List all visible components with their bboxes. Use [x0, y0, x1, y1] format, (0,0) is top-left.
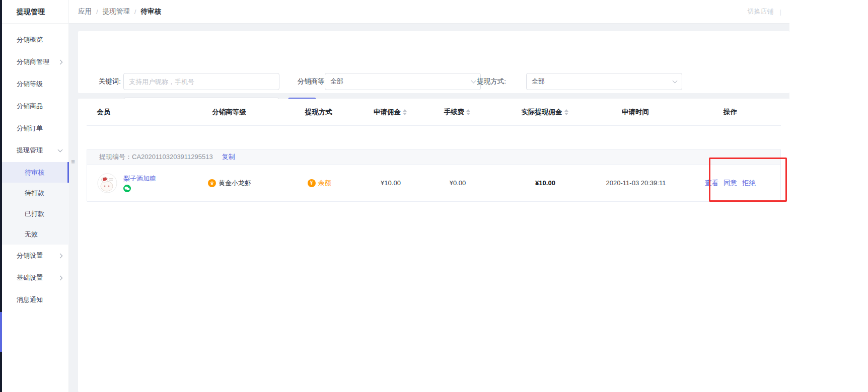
yen-icon: ¥: [308, 179, 316, 187]
switch-shop-link[interactable]: 切换店铺: [748, 7, 774, 16]
sidebar-item-distributor-mgmt[interactable]: 分销商管理: [2, 51, 69, 73]
apply-amount-cell: ¥10.00: [365, 179, 416, 187]
col-fee: 手续费: [416, 108, 498, 117]
sidebar-item-basic-settings[interactable]: 基础设置: [2, 267, 69, 289]
sidebar-subitem-pending-review[interactable]: 待审核: [2, 162, 69, 183]
withdrawal-no-value: CA20201103203911295513: [132, 153, 213, 161]
breadcrumb: 应用 / 提现管理 / 待审核: [78, 7, 161, 16]
withdrawal-no-label: 提现编号：: [99, 152, 132, 162]
sidebar-title: 提现管理: [2, 0, 68, 24]
crown-icon: ♛: [208, 179, 216, 187]
chevron-right-icon: [58, 59, 63, 64]
wechat-icon: [123, 185, 131, 192]
method-name: 余额: [318, 179, 331, 188]
actions-cell: 查看 同意 拒绝: [680, 179, 780, 188]
col-apply-commission: 申请佣金: [365, 108, 416, 117]
breadcrumb-current: 待审核: [141, 7, 162, 16]
withdrawal-table-card: 会员 分销商等级 提现方式 申请佣金 手续费 实际提现佣金 申请时间 操作: [78, 99, 789, 392]
view-link[interactable]: 查看: [705, 179, 718, 188]
keyword-input[interactable]: [123, 73, 279, 90]
sidebar-collapse-handle-icon[interactable]: ≡: [69, 156, 77, 168]
col-member: 会员: [87, 108, 185, 117]
topbar-right: 切换店铺 |: [748, 7, 781, 16]
sort-icon[interactable]: [564, 109, 568, 115]
table-header-row: 会员 分销商等级 提现方式 申请佣金 手续费 实际提现佣金 申请时间 操作: [87, 99, 781, 126]
filter-card: 关键词: 分销商等级: 全部 提现方式: 全部 申请时间: 搜索 重置: [78, 31, 789, 93]
member-cell: 梨子酒加糖: [87, 173, 186, 193]
col-actions: 操作: [680, 108, 781, 117]
method-select[interactable]: 全部: [526, 73, 682, 90]
topbar: 应用 / 提现管理 / 待审核 切换店铺 |: [69, 0, 789, 24]
level-select[interactable]: 全部: [325, 73, 481, 90]
reject-link[interactable]: 拒绝: [742, 179, 756, 188]
col-method: 提现方式: [273, 108, 365, 117]
chevron-down-icon: [58, 147, 63, 152]
member-name-link[interactable]: 梨子酒加糖: [123, 174, 156, 183]
sort-icon[interactable]: [466, 109, 470, 115]
sidebar-item-notifications[interactable]: 消息通知: [2, 289, 69, 311]
fee-cell: ¥0.00: [416, 179, 499, 187]
level-cell: ♛ 黄金小龙虾: [186, 179, 273, 188]
sidebar-item-overview[interactable]: 分销概览: [2, 29, 69, 51]
sidebar-item-distribution-settings[interactable]: 分销设置: [2, 245, 69, 267]
sidebar-subitem-pending-payment[interactable]: 待打款: [2, 183, 69, 203]
table-row: 梨子酒加糖 ♛ 黄金小龙虾: [87, 165, 780, 201]
sidebar-item-products[interactable]: 分销商品: [2, 95, 69, 117]
apply-time-cell: 2020-11-03 20:39:11: [592, 179, 680, 187]
chevron-right-icon: [58, 253, 63, 258]
breadcrumb-apps[interactable]: 应用: [78, 7, 92, 16]
actual-amount-cell: ¥10.00: [499, 179, 592, 187]
chevron-right-icon: [58, 275, 63, 280]
keyword-label: 关键词:: [76, 73, 121, 90]
sidebar-subitem-invalid[interactable]: 无效: [2, 224, 69, 245]
col-actual-commission: 实际提现佣金: [498, 108, 591, 117]
sort-icon[interactable]: [403, 109, 407, 115]
breadcrumb-withdrawal-mgmt[interactable]: 提现管理: [103, 7, 130, 16]
method-label: 提现方式:: [461, 73, 506, 90]
sidebar-item-withdrawal-mgmt[interactable]: 提现管理: [2, 139, 69, 162]
app-window: 提现管理 分销概览 分销商管理 分销等级 分销商品 分销订单 提现管理 待审核 …: [0, 0, 789, 392]
withdrawal-record-group: 提现编号： CA20201103203911295513 复制: [87, 149, 781, 202]
sidebar-item-orders[interactable]: 分销订单: [2, 117, 69, 139]
chevron-down-icon: [673, 79, 678, 84]
member-avatar[interactable]: [97, 173, 117, 193]
col-distributor-level: 分销商等级: [185, 108, 273, 117]
col-apply-time: 申请时间: [591, 108, 680, 117]
method-cell: ¥ 余额: [273, 179, 365, 188]
sidebar-item-levels[interactable]: 分销等级: [2, 73, 69, 95]
screen: 提现管理 分销概览 分销商管理 分销等级 分销商品 分销订单 提现管理 待审核 …: [0, 0, 868, 392]
copy-link[interactable]: 复制: [222, 152, 235, 162]
approve-link[interactable]: 同意: [724, 179, 737, 188]
withdrawal-no-bar: 提现编号： CA20201103203911295513 复制: [87, 149, 780, 165]
sidebar: 提现管理 分销概览 分销商管理 分销等级 分销商品 分销订单 提现管理 待审核 …: [2, 0, 69, 392]
sidebar-subitem-paid[interactable]: 已打款: [2, 203, 69, 224]
level-name: 黄金小龙虾: [219, 179, 251, 188]
